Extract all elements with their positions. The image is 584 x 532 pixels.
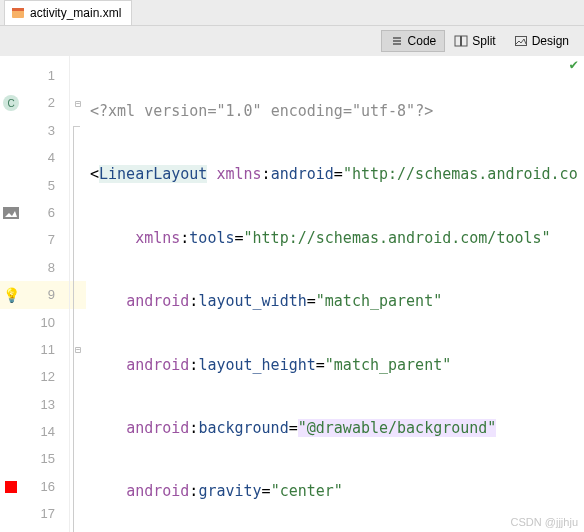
icon-gutter: C 💡 xyxy=(0,56,22,532)
split-icon xyxy=(454,34,468,48)
editor-tabs: activity_main.xml xyxy=(0,0,584,26)
line-number: 10 xyxy=(41,315,55,330)
line-number: 7 xyxy=(48,232,55,247)
code-line[interactable]: <LinearLayout xmlns:android="http://sche… xyxy=(86,161,584,188)
code-editor[interactable]: C 💡 1 2 3 4 5 6 7 8 9 10 11 12 13 14 15 … xyxy=(0,56,584,532)
color-swatch-icon[interactable] xyxy=(5,481,17,493)
code-line[interactable]: android:background="@drawable/background… xyxy=(86,415,584,442)
design-icon xyxy=(514,34,528,48)
line-number: 14 xyxy=(41,424,55,439)
design-view-toolbar: Code Split Design xyxy=(0,26,584,56)
svg-rect-5 xyxy=(3,207,19,219)
line-number: 13 xyxy=(41,397,55,412)
lightbulb-icon[interactable]: 💡 xyxy=(3,287,20,303)
line-number: 12 xyxy=(41,369,55,384)
line-number: 8 xyxy=(48,260,55,275)
line-number-gutter: 1 2 3 4 5 6 7 8 9 10 11 12 13 14 15 16 1… xyxy=(22,56,70,532)
view-mode-code-label: Code xyxy=(408,34,437,48)
line-number: 4 xyxy=(48,150,55,165)
fold-gutter: ⊟ ⊟ xyxy=(70,56,86,532)
line-number: 15 xyxy=(41,451,55,466)
line-number: 5 xyxy=(48,178,55,193)
svg-rect-1 xyxy=(12,8,24,11)
xml-file-icon xyxy=(11,6,25,20)
code-line[interactable]: android:layout_height="match_parent" xyxy=(86,352,584,379)
line-number: 1 xyxy=(48,68,55,83)
line-number: 11 xyxy=(41,342,55,357)
tab-label: activity_main.xml xyxy=(30,6,121,20)
code-line[interactable]: xmlns:tools="http://schemas.android.com/… xyxy=(86,225,584,252)
code-line[interactable]: android:layout_width="match_parent" xyxy=(86,288,584,315)
line-number: 17 xyxy=(41,506,55,521)
code-line[interactable]: android:gravity="center" xyxy=(86,478,584,505)
view-mode-design-label: Design xyxy=(532,34,569,48)
code-area[interactable]: <?xml version="1.0" encoding="utf-8"?> <… xyxy=(86,56,584,532)
fold-toggle-icon[interactable]: ⊟ xyxy=(75,98,81,109)
class-marker-icon[interactable]: C xyxy=(3,95,19,111)
line-number: 2 xyxy=(48,95,55,110)
code-line[interactable]: <?xml version="1.0" encoding="utf-8"?> xyxy=(86,98,584,125)
tab-activity-main[interactable]: activity_main.xml xyxy=(4,0,132,25)
image-resource-icon[interactable] xyxy=(3,206,19,220)
view-mode-split-label: Split xyxy=(472,34,495,48)
line-number: 16 xyxy=(41,479,55,494)
watermark: CSDN @jjjhju xyxy=(511,516,578,528)
line-number: 6 xyxy=(48,205,55,220)
view-mode-split[interactable]: Split xyxy=(445,30,504,52)
line-number: 3 xyxy=(48,123,55,138)
svg-rect-3 xyxy=(462,36,468,46)
svg-rect-2 xyxy=(455,36,461,46)
code-icon xyxy=(390,34,404,48)
line-number: 9 xyxy=(48,287,55,302)
view-mode-code[interactable]: Code xyxy=(381,30,446,52)
view-mode-design[interactable]: Design xyxy=(505,30,578,52)
